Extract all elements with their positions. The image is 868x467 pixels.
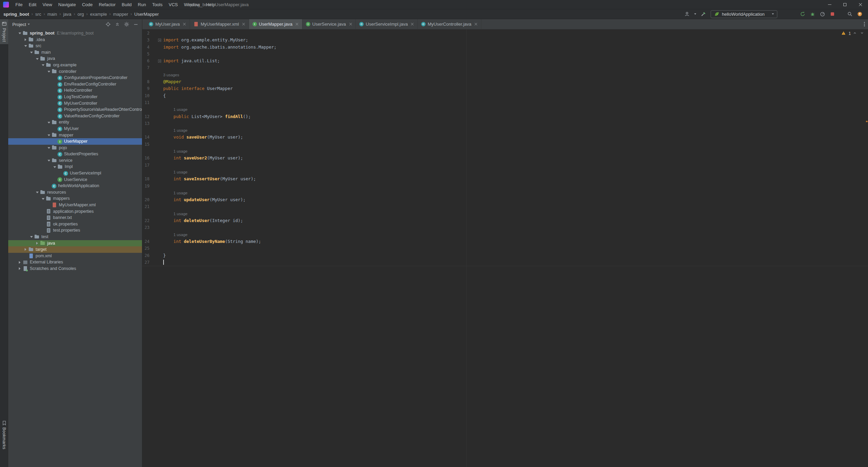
usage-hint[interactable]: 3 usages [163,73,179,77]
menu-refactor[interactable]: Refactor [96,0,119,9]
tree-item-entity[interactable]: entity [8,119,142,126]
rerun-icon[interactable] [800,11,805,17]
tree-item-service[interactable]: service [8,157,142,164]
menu-tools[interactable]: Tools [149,0,166,9]
profiler-icon[interactable] [820,11,825,17]
tab-MyUser.java[interactable]: CMyUser.java [145,19,190,29]
build-hammer-icon[interactable] [701,11,706,17]
usage-hint[interactable]: 1 usage [173,170,187,174]
chevron-expanded-icon[interactable] [35,190,40,195]
tree-item-ValueReaderConfigController[interactable]: CValueReaderConfigController [8,113,142,119]
tree-item-MyUserMapper.xml[interactable]: MyUserMapper.xml [8,202,142,208]
tree-item-ok.properties[interactable]: ok.properties [8,221,142,228]
close-button[interactable] [853,0,868,9]
editor[interactable]: 2345678910111213141516171819202122232425… [142,29,868,467]
menu-navigate[interactable]: Navigate [55,0,79,9]
tree-item-ConfigurationPropertiesController[interactable]: CConfigurationPropertiesController [8,75,142,81]
usage-hint[interactable]: 1 usage [173,191,187,195]
tree-item-HelloController[interactable]: CHelloController [8,87,142,94]
tab-close-icon[interactable] [296,23,299,26]
chevron-expanded-icon[interactable] [46,145,52,151]
tree-item-banner.txt[interactable]: banner.txt [8,215,142,221]
tree-item-StudentProperties[interactable]: CStudentProperties [8,151,142,157]
tree-item-MyUserController[interactable]: CMyUserController [8,100,142,107]
tree-item-org.example[interactable]: org.example [8,62,142,68]
breadcrumb-item-src[interactable]: src [35,12,41,17]
tab-UserMapper.java[interactable]: IUserMapper.java [249,19,302,29]
tab-options-icon[interactable] [864,24,865,25]
chevron-collapsed-icon[interactable] [17,260,23,265]
tree-item-pom.xml[interactable]: pom.xml [8,253,142,259]
tree-item-controller[interactable]: controller [8,68,142,75]
tree-item-MyUser[interactable]: CMyUser [8,126,142,132]
chevron-expanded-icon[interactable] [29,234,34,239]
spring-boot-icon[interactable] [714,11,720,17]
breadcrumb-item-java[interactable]: java [63,12,72,17]
menu-run[interactable]: Run [135,0,149,9]
collapse-all-icon[interactable] [115,22,120,27]
chevron-expanded-icon[interactable] [46,132,52,138]
previous-problem-icon[interactable] [853,31,858,36]
search-icon[interactable] [847,11,853,17]
tree-item-java[interactable]: java [8,55,142,62]
tab-close-icon[interactable] [183,23,186,26]
tab-close-icon[interactable] [349,23,352,26]
chevron-expanded-icon[interactable] [17,30,23,36]
updates-icon[interactable] [857,11,863,17]
tree-item-main[interactable]: main [8,49,142,56]
chevron-collapsed-icon[interactable] [17,266,23,271]
next-problem-icon[interactable] [860,31,865,36]
tree-item-src[interactable]: src [8,43,142,49]
tree-item-UserService[interactable]: IUserService [8,177,142,183]
menu-edit[interactable]: Edit [26,0,39,9]
project-panel-title[interactable]: Project [12,22,26,27]
usage-hint[interactable]: 1 usage [173,107,187,112]
menu-build[interactable]: Build [119,0,135,9]
fold-marker-icon[interactable] [158,39,161,42]
breadcrumb-item-org[interactable]: org [78,12,84,17]
chevron-expanded-icon[interactable] [23,43,28,49]
stop-icon[interactable] [830,11,835,17]
breadcrumb-item-UserMapper[interactable]: UserMapper [134,12,159,17]
tree-item-External Libraries[interactable]: External Libraries [8,259,142,265]
tool-window-button-project[interactable]: Project [0,19,8,44]
chevron-expanded-icon[interactable] [46,69,52,74]
chevron-expanded-icon[interactable] [35,56,40,62]
chevron-collapsed-icon[interactable] [35,241,40,246]
tree-item-target[interactable]: target [8,246,142,253]
tree-item-pojo[interactable]: pojo [8,145,142,151]
breadcrumb-item-mapper[interactable]: mapper [113,12,128,17]
chevron-expanded-icon[interactable] [40,196,46,202]
chevron-collapsed-icon[interactable] [23,37,28,42]
chevron-expanded-icon[interactable] [40,62,46,68]
tree-item-java[interactable]: java [8,240,142,247]
tree-item-EnvReaderConfigController[interactable]: CEnvReaderConfigController [8,81,142,88]
tree-item-Scratches and Consoles[interactable]: Scratches and Consoles [8,265,142,272]
breadcrumb-item-example[interactable]: example [90,12,107,17]
usage-hint[interactable]: 1 usage [173,128,187,132]
inspections-widget[interactable]: 1 [841,30,865,37]
hide-icon[interactable] [133,22,139,27]
editor-code[interactable]: import org.example.entity.MyUser;import … [162,30,864,266]
tree-item-UserMapper[interactable]: IUserMapper [8,138,142,145]
tree-item-helloWorldApplication[interactable]: ChelloWorldApplication [8,183,142,189]
locate-icon[interactable] [105,22,111,27]
error-stripe-mark[interactable] [866,121,868,122]
tree-item-LogTestController[interactable]: CLogTestController [8,94,142,100]
tool-window-button-bookmarks[interactable]: Bookmarks [0,418,8,452]
tree-item-spring_boot[interactable]: spring_boot E:\learn\spring_boot [8,30,142,37]
run-configuration-select[interactable]: helloWorldApplication [711,10,777,18]
fold-marker-icon[interactable] [158,60,161,63]
tree-item-mapper[interactable]: mapper [8,132,142,139]
chevron-collapsed-icon[interactable] [23,247,28,252]
tree-item-mappers[interactable]: mappers [8,195,142,202]
tree-item-resources[interactable]: resources [8,189,142,196]
usage-hint[interactable]: 1 usage [173,233,187,237]
usage-hint[interactable]: 1 usage [173,149,187,153]
menu-file[interactable]: File [12,0,26,9]
minimize-button[interactable] [822,0,837,9]
tab-MyUserController.java[interactable]: CMyUserController.java [418,19,481,29]
tree-item-test[interactable]: test [8,234,142,240]
menu-view[interactable]: View [39,0,55,9]
menu-vcs[interactable]: VCS [166,0,181,9]
